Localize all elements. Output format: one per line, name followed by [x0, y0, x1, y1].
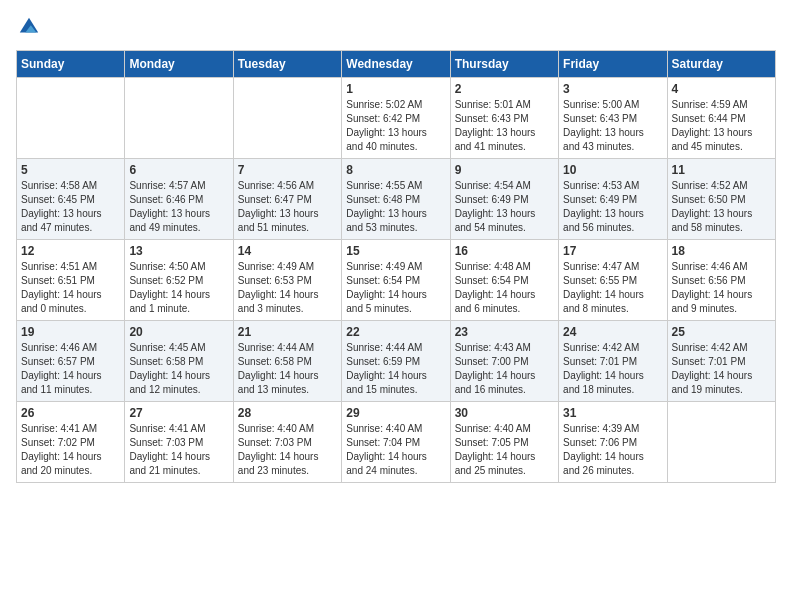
calendar-cell: 22Sunrise: 4:44 AMSunset: 6:59 PMDayligh…	[342, 321, 450, 402]
calendar-cell: 2Sunrise: 5:01 AMSunset: 6:43 PMDaylight…	[450, 78, 558, 159]
day-number: 15	[346, 244, 445, 258]
calendar-cell	[17, 78, 125, 159]
day-number: 23	[455, 325, 554, 339]
day-info: Sunrise: 5:00 AMSunset: 6:43 PMDaylight:…	[563, 98, 662, 154]
calendar-cell: 8Sunrise: 4:55 AMSunset: 6:48 PMDaylight…	[342, 159, 450, 240]
calendar-cell: 29Sunrise: 4:40 AMSunset: 7:04 PMDayligh…	[342, 402, 450, 483]
day-info: Sunrise: 4:59 AMSunset: 6:44 PMDaylight:…	[672, 98, 771, 154]
calendar-cell: 12Sunrise: 4:51 AMSunset: 6:51 PMDayligh…	[17, 240, 125, 321]
calendar-header-saturday: Saturday	[667, 51, 775, 78]
day-number: 8	[346, 163, 445, 177]
day-number: 13	[129, 244, 228, 258]
calendar-cell: 6Sunrise: 4:57 AMSunset: 6:46 PMDaylight…	[125, 159, 233, 240]
calendar-cell: 30Sunrise: 4:40 AMSunset: 7:05 PMDayligh…	[450, 402, 558, 483]
day-number: 30	[455, 406, 554, 420]
day-number: 25	[672, 325, 771, 339]
calendar-cell: 3Sunrise: 5:00 AMSunset: 6:43 PMDaylight…	[559, 78, 667, 159]
day-info: Sunrise: 5:02 AMSunset: 6:42 PMDaylight:…	[346, 98, 445, 154]
day-info: Sunrise: 4:44 AMSunset: 6:59 PMDaylight:…	[346, 341, 445, 397]
day-number: 22	[346, 325, 445, 339]
calendar-cell: 4Sunrise: 4:59 AMSunset: 6:44 PMDaylight…	[667, 78, 775, 159]
calendar-week-3: 19Sunrise: 4:46 AMSunset: 6:57 PMDayligh…	[17, 321, 776, 402]
calendar-header-wednesday: Wednesday	[342, 51, 450, 78]
calendar-header-thursday: Thursday	[450, 51, 558, 78]
day-number: 10	[563, 163, 662, 177]
day-number: 3	[563, 82, 662, 96]
calendar-week-1: 5Sunrise: 4:58 AMSunset: 6:45 PMDaylight…	[17, 159, 776, 240]
calendar-cell: 26Sunrise: 4:41 AMSunset: 7:02 PMDayligh…	[17, 402, 125, 483]
calendar-cell: 20Sunrise: 4:45 AMSunset: 6:58 PMDayligh…	[125, 321, 233, 402]
day-number: 29	[346, 406, 445, 420]
day-info: Sunrise: 4:39 AMSunset: 7:06 PMDaylight:…	[563, 422, 662, 478]
day-number: 17	[563, 244, 662, 258]
calendar-header-tuesday: Tuesday	[233, 51, 341, 78]
day-number: 2	[455, 82, 554, 96]
day-info: Sunrise: 4:47 AMSunset: 6:55 PMDaylight:…	[563, 260, 662, 316]
calendar-cell	[125, 78, 233, 159]
logo-icon	[18, 16, 40, 38]
day-info: Sunrise: 5:01 AMSunset: 6:43 PMDaylight:…	[455, 98, 554, 154]
calendar-cell: 18Sunrise: 4:46 AMSunset: 6:56 PMDayligh…	[667, 240, 775, 321]
calendar-week-4: 26Sunrise: 4:41 AMSunset: 7:02 PMDayligh…	[17, 402, 776, 483]
day-info: Sunrise: 4:49 AMSunset: 6:53 PMDaylight:…	[238, 260, 337, 316]
day-info: Sunrise: 4:40 AMSunset: 7:03 PMDaylight:…	[238, 422, 337, 478]
day-info: Sunrise: 4:46 AMSunset: 6:56 PMDaylight:…	[672, 260, 771, 316]
day-info: Sunrise: 4:41 AMSunset: 7:03 PMDaylight:…	[129, 422, 228, 478]
calendar-cell: 5Sunrise: 4:58 AMSunset: 6:45 PMDaylight…	[17, 159, 125, 240]
calendar-cell: 23Sunrise: 4:43 AMSunset: 7:00 PMDayligh…	[450, 321, 558, 402]
day-number: 7	[238, 163, 337, 177]
day-number: 18	[672, 244, 771, 258]
day-info: Sunrise: 4:42 AMSunset: 7:01 PMDaylight:…	[672, 341, 771, 397]
day-info: Sunrise: 4:43 AMSunset: 7:00 PMDaylight:…	[455, 341, 554, 397]
calendar-header-friday: Friday	[559, 51, 667, 78]
calendar-cell: 21Sunrise: 4:44 AMSunset: 6:58 PMDayligh…	[233, 321, 341, 402]
day-number: 6	[129, 163, 228, 177]
day-number: 27	[129, 406, 228, 420]
day-number: 31	[563, 406, 662, 420]
calendar-cell: 7Sunrise: 4:56 AMSunset: 6:47 PMDaylight…	[233, 159, 341, 240]
day-number: 14	[238, 244, 337, 258]
day-number: 11	[672, 163, 771, 177]
calendar-cell: 9Sunrise: 4:54 AMSunset: 6:49 PMDaylight…	[450, 159, 558, 240]
calendar-cell: 10Sunrise: 4:53 AMSunset: 6:49 PMDayligh…	[559, 159, 667, 240]
day-number: 16	[455, 244, 554, 258]
day-number: 19	[21, 325, 120, 339]
day-info: Sunrise: 4:49 AMSunset: 6:54 PMDaylight:…	[346, 260, 445, 316]
calendar-cell: 27Sunrise: 4:41 AMSunset: 7:03 PMDayligh…	[125, 402, 233, 483]
calendar-cell	[233, 78, 341, 159]
calendar-cell: 15Sunrise: 4:49 AMSunset: 6:54 PMDayligh…	[342, 240, 450, 321]
day-info: Sunrise: 4:42 AMSunset: 7:01 PMDaylight:…	[563, 341, 662, 397]
calendar-week-2: 12Sunrise: 4:51 AMSunset: 6:51 PMDayligh…	[17, 240, 776, 321]
calendar-cell: 14Sunrise: 4:49 AMSunset: 6:53 PMDayligh…	[233, 240, 341, 321]
day-number: 21	[238, 325, 337, 339]
day-info: Sunrise: 4:56 AMSunset: 6:47 PMDaylight:…	[238, 179, 337, 235]
day-info: Sunrise: 4:44 AMSunset: 6:58 PMDaylight:…	[238, 341, 337, 397]
calendar-cell: 19Sunrise: 4:46 AMSunset: 6:57 PMDayligh…	[17, 321, 125, 402]
logo	[16, 16, 40, 38]
calendar-cell	[667, 402, 775, 483]
day-info: Sunrise: 4:53 AMSunset: 6:49 PMDaylight:…	[563, 179, 662, 235]
calendar-header-sunday: Sunday	[17, 51, 125, 78]
day-number: 28	[238, 406, 337, 420]
day-number: 24	[563, 325, 662, 339]
day-info: Sunrise: 4:51 AMSunset: 6:51 PMDaylight:…	[21, 260, 120, 316]
calendar-cell: 11Sunrise: 4:52 AMSunset: 6:50 PMDayligh…	[667, 159, 775, 240]
calendar-cell: 1Sunrise: 5:02 AMSunset: 6:42 PMDaylight…	[342, 78, 450, 159]
day-info: Sunrise: 4:40 AMSunset: 7:04 PMDaylight:…	[346, 422, 445, 478]
calendar-cell: 28Sunrise: 4:40 AMSunset: 7:03 PMDayligh…	[233, 402, 341, 483]
calendar-cell: 16Sunrise: 4:48 AMSunset: 6:54 PMDayligh…	[450, 240, 558, 321]
day-number: 4	[672, 82, 771, 96]
day-number: 26	[21, 406, 120, 420]
day-number: 12	[21, 244, 120, 258]
calendar-cell: 24Sunrise: 4:42 AMSunset: 7:01 PMDayligh…	[559, 321, 667, 402]
day-number: 1	[346, 82, 445, 96]
day-info: Sunrise: 4:46 AMSunset: 6:57 PMDaylight:…	[21, 341, 120, 397]
day-info: Sunrise: 4:52 AMSunset: 6:50 PMDaylight:…	[672, 179, 771, 235]
calendar-cell: 13Sunrise: 4:50 AMSunset: 6:52 PMDayligh…	[125, 240, 233, 321]
calendar-cell: 17Sunrise: 4:47 AMSunset: 6:55 PMDayligh…	[559, 240, 667, 321]
calendar-cell: 25Sunrise: 4:42 AMSunset: 7:01 PMDayligh…	[667, 321, 775, 402]
calendar-header-row: SundayMondayTuesdayWednesdayThursdayFrid…	[17, 51, 776, 78]
day-info: Sunrise: 4:40 AMSunset: 7:05 PMDaylight:…	[455, 422, 554, 478]
day-info: Sunrise: 4:45 AMSunset: 6:58 PMDaylight:…	[129, 341, 228, 397]
day-info: Sunrise: 4:48 AMSunset: 6:54 PMDaylight:…	[455, 260, 554, 316]
